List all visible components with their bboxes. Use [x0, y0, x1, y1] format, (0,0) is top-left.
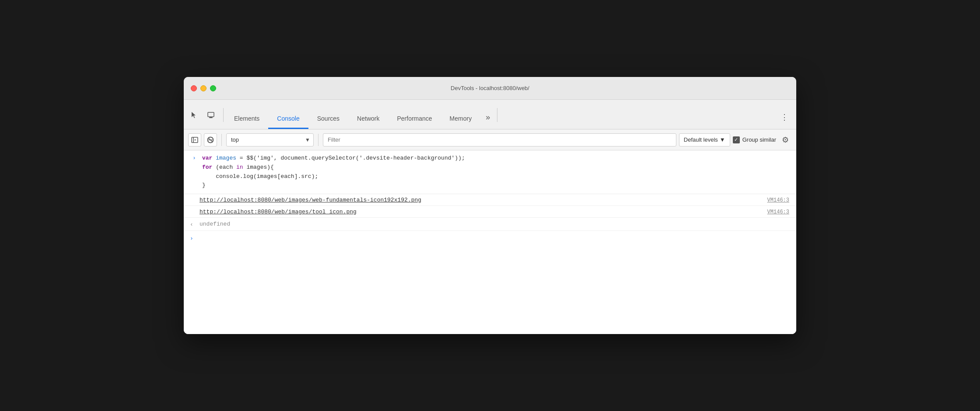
levels-chevron-icon: ▼ — [720, 136, 725, 143]
console-link-1[interactable]: http://localhost:8080/web/images/web-fun… — [200, 197, 421, 203]
toolbar-separator-1 — [221, 134, 222, 146]
svg-rect-0 — [208, 112, 214, 117]
tab-sources[interactable]: Sources — [308, 109, 348, 129]
devtools-window: DevTools - localhost:8080/web/ Elements — [184, 77, 796, 334]
tab-elements[interactable]: Elements — [225, 109, 268, 129]
toolbar-separator-2 — [318, 134, 318, 146]
traffic-lights — [191, 85, 216, 91]
window-title: DevTools - localhost:8080/web/ — [451, 85, 529, 91]
tab-bar-divider — [223, 108, 224, 122]
tab-performance[interactable]: Performance — [388, 109, 441, 129]
console-entry-code: › var images = $$('img', document.queryS… — [184, 150, 796, 194]
console-content: › var images = $$('img', document.queryS… — [184, 150, 796, 334]
levels-label: Default levels — [684, 136, 718, 143]
input-arrow-icon: › — [184, 234, 200, 242]
filter-input-wrapper — [323, 133, 676, 146]
console-toolbar: top ▼ Default levels ▼ ✓ Group similar ⚙ — [184, 129, 796, 150]
close-button[interactable] — [191, 85, 197, 91]
log-levels-btn[interactable]: Default levels ▼ — [679, 133, 730, 146]
console-input-entry[interactable]: › — [184, 231, 796, 245]
group-similar-label: Group similar — [742, 136, 776, 143]
show-sidebar-btn[interactable] — [188, 133, 201, 146]
context-select[interactable]: top — [226, 133, 314, 146]
svg-marker-5 — [195, 139, 196, 141]
settings-gear-btn[interactable]: ⚙ — [779, 133, 792, 146]
group-similar-checkbox[interactable]: ✓ Group similar — [733, 136, 776, 143]
minimize-button[interactable] — [200, 85, 206, 91]
more-tabs-btn[interactable]: » — [480, 113, 495, 129]
clear-console-btn[interactable] — [204, 133, 217, 146]
console-link-2[interactable]: http://localhost:8080/web/images/tool_ic… — [200, 209, 357, 215]
entry-arrow-left: ‹ — [184, 220, 200, 228]
console-link-entry-1: http://localhost:8080/web/images/web-fun… — [184, 194, 796, 206]
tab-bar-icons — [187, 108, 218, 129]
console-link-entry-2: http://localhost:8080/web/images/tool_ic… — [184, 206, 796, 218]
undefined-value: undefined — [200, 221, 230, 227]
tab-console[interactable]: Console — [268, 109, 308, 129]
tab-bar-right-divider — [497, 108, 497, 122]
tab-memory[interactable]: Memory — [441, 109, 481, 129]
checkbox-checked-icon: ✓ — [733, 136, 740, 143]
context-selector-wrapper: top ▼ — [226, 133, 314, 146]
tab-bar: Elements Console Sources Network Perform… — [184, 100, 796, 129]
console-input[interactable] — [200, 235, 796, 241]
code-content: var images = $$('img', document.querySel… — [202, 154, 791, 190]
gear-icon: ⚙ — [782, 135, 789, 145]
maximize-button[interactable] — [210, 85, 216, 91]
code-block: var images = $$('img', document.querySel… — [202, 154, 786, 190]
entry-source-2[interactable]: VM146:3 — [767, 208, 796, 215]
cursor-icon-btn[interactable] — [187, 108, 201, 122]
console-undefined-entry: ‹ undefined — [184, 218, 796, 231]
entry-source-1[interactable]: VM146:3 — [767, 196, 796, 203]
entry-arrow-right: › — [186, 154, 202, 161]
title-bar: DevTools - localhost:8080/web/ — [184, 77, 796, 100]
tab-network[interactable]: Network — [348, 109, 388, 129]
filter-input[interactable] — [323, 133, 676, 146]
device-mode-btn[interactable] — [204, 108, 218, 122]
devtools-menu-btn[interactable]: ⋮ — [776, 112, 793, 129]
